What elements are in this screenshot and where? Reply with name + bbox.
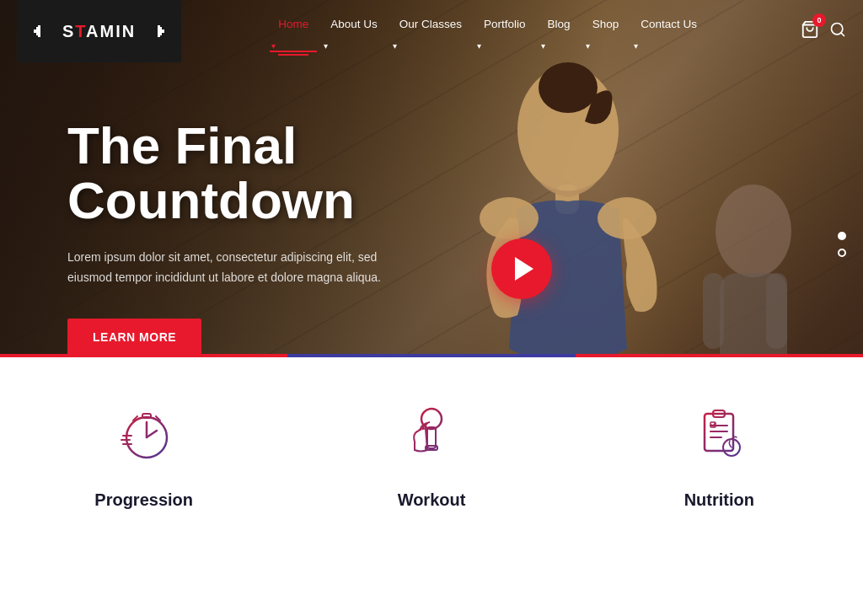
nav-contact[interactable]: Contact Us [632, 11, 705, 37]
svg-point-13 [716, 185, 791, 277]
logo-label: STAMIN [62, 22, 136, 41]
workout-title: Workout [398, 490, 466, 510]
search-button[interactable] [829, 21, 846, 41]
progression-title: Progression [94, 490, 193, 510]
logo[interactable]: STAMIN [17, 0, 181, 62]
nav-shop-chevron: ▾ [586, 41, 590, 51]
feature-progression: Progression [0, 354, 287, 544]
nav-contact-wrap: Contact Us ▾ [632, 11, 705, 52]
hero-cta-button[interactable]: Learn More [67, 319, 201, 356]
hero-title: The Final Countdown [67, 118, 472, 228]
cart-badge: 0 [812, 13, 826, 27]
nav-home-wrap: Home ▾ [270, 11, 317, 52]
nav-blog[interactable]: Blog [539, 11, 579, 37]
hero-content: The Final Countdown Lorem ipsum dolor si… [67, 118, 472, 356]
logo-icon-right [141, 22, 164, 40]
nav-shop[interactable]: Shop [584, 11, 628, 37]
nav-about[interactable]: About Us [322, 11, 386, 37]
nav-classes-chevron: ▾ [393, 41, 397, 51]
nav-classes-wrap: Our Classes ▾ [391, 11, 470, 52]
svg-rect-18 [142, 414, 151, 418]
nav-about-wrap: About Us ▾ [322, 11, 386, 52]
stopwatch-icon [115, 404, 174, 463]
features-grid: Progression [0, 354, 863, 544]
nav-home-chevron: ▾ [271, 41, 276, 51]
features-section: Progression [0, 354, 863, 544]
feature-nutrition: Nutrition [576, 354, 863, 544]
header: STAMIN Home ▾ About Us ▾ Our Classes [0, 0, 863, 62]
logo-icon-left [34, 22, 57, 40]
main-nav: Home ▾ About Us ▾ Our Classes ▾ Portfoli… [270, 11, 705, 52]
workout-icon-wrap [398, 399, 465, 467]
dumbbell-icon [402, 404, 461, 463]
cart-button[interactable]: 0 [801, 20, 819, 42]
feature-workout: Workout [287, 354, 575, 544]
nav-portfolio[interactable]: Portfolio [475, 11, 534, 37]
nav-contact-chevron: ▾ [634, 41, 638, 51]
slider-dot-1[interactable] [838, 232, 846, 240]
nav-classes[interactable]: Our Classes [391, 11, 470, 37]
svg-rect-5 [158, 25, 160, 37]
nav-portfolio-wrap: Portfolio ▾ [475, 11, 534, 52]
nutrition-icon [689, 404, 748, 463]
svg-rect-16 [766, 273, 787, 349]
search-icon [829, 21, 846, 38]
svg-rect-2 [38, 25, 40, 37]
nav-portfolio-chevron: ▾ [477, 41, 481, 51]
nav-blog-wrap: Blog ▾ [539, 11, 579, 52]
nav-blog-chevron: ▾ [541, 41, 545, 51]
nav-active-bar [278, 54, 308, 56]
slider-dots [838, 232, 846, 257]
nutrition-title: Nutrition [684, 490, 754, 510]
play-icon [515, 257, 533, 281]
hero-subtitle: Lorem ipsum dolor sit amet, consectetur … [67, 248, 405, 288]
nav-shop-wrap: Shop ▾ [584, 11, 628, 52]
logo-text: STAMIN [34, 22, 164, 41]
svg-point-19 [421, 409, 442, 429]
nav-about-chevron: ▾ [324, 41, 328, 51]
play-button[interactable] [491, 238, 552, 299]
nav-home[interactable]: Home [270, 11, 317, 37]
nav-icons: 0 [801, 20, 846, 42]
svg-rect-15 [703, 273, 724, 349]
progression-icon-wrap [110, 399, 178, 467]
nutrition-icon-wrap [685, 399, 753, 467]
slider-dot-2[interactable] [838, 249, 846, 257]
svg-point-9 [539, 62, 598, 113]
